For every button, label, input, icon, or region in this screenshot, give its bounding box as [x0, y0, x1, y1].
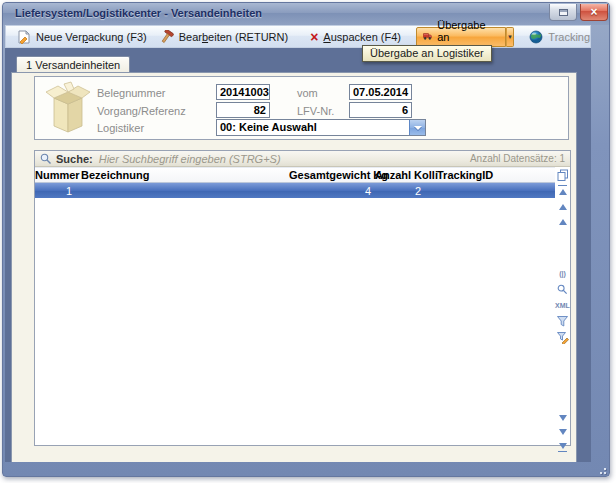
- unpack-button[interactable]: × Auspacken (F4): [303, 27, 408, 46]
- vorgang-field[interactable]: 82: [216, 102, 270, 118]
- new-packaging-label: Neue Verpackung (F3): [36, 31, 147, 43]
- belegnummer-field[interactable]: 20141003: [216, 84, 270, 100]
- edit-button[interactable]: Bearbeiten (RETURN): [154, 27, 295, 46]
- search-placeholder: Hier Suchbegriff eingeben (STRG+S): [99, 153, 281, 165]
- column-header-bezeichnung[interactable]: Bezeichnung: [77, 169, 289, 181]
- search-icon: [40, 153, 52, 165]
- unpack-label: Auspacken (F4): [323, 31, 401, 43]
- window-title: Liefersystem/Logistikcenter - Versandein…: [15, 7, 262, 19]
- new-packaging-button[interactable]: Neue Verpackung (F3): [11, 27, 154, 46]
- logistiker-value: 00: Keine Auswahl: [220, 121, 317, 133]
- app-window: Liefersystem/Logistikcenter - Versandein…: [2, 2, 610, 477]
- search-label: Suche:: [56, 153, 93, 165]
- lfv-field[interactable]: 6: [349, 102, 412, 118]
- vom-field[interactable]: 07.05.2014: [349, 84, 412, 100]
- record-count: Anzahl Datensätze: 1: [470, 153, 565, 164]
- column-header-nummer[interactable]: Nummer: [35, 169, 77, 181]
- belegnummer-label: Belegnummer: [97, 87, 165, 99]
- logistiker-dropdown-button[interactable]: [409, 120, 425, 135]
- arrow-up-icon: [559, 204, 567, 210]
- arrow-down-icon: [559, 443, 567, 449]
- open-box-icon: [44, 80, 92, 136]
- close-icon: ×: [590, 5, 597, 19]
- grid-side-toolbar: (|) XML: [555, 167, 570, 445]
- handover-split-button: Übergabe an Logistiker ▼: [416, 27, 514, 47]
- globe-icon: [529, 30, 543, 44]
- tooltip: Übergabe an Logistiker: [362, 45, 492, 62]
- logistiker-label: Logistiker: [97, 122, 144, 134]
- column-header-anzahl-kolli[interactable]: Anzahl Kolli: [375, 169, 427, 181]
- scroll-to-bottom-button[interactable]: [556, 439, 569, 452]
- close-button[interactable]: ×: [580, 4, 608, 21]
- copy-icon[interactable]: [556, 168, 569, 181]
- dropdown-arrow-icon: [414, 126, 422, 130]
- shipment-grid-panel: Suche: Hier Suchbegriff eingeben (STRG+S…: [34, 150, 571, 446]
- scroll-up-button[interactable]: [556, 215, 569, 228]
- lfv-label: LFV-Nr.: [297, 105, 334, 117]
- chevron-down-icon: ▼: [507, 34, 513, 40]
- tooltip-text: Übergabe an Logistiker: [370, 47, 484, 59]
- edit-filter-icon[interactable]: [556, 331, 569, 344]
- toolbar: Neue Verpackung (F3) Bearbeiten (RETURN)…: [5, 25, 591, 48]
- scroll-to-top-button[interactable]: [556, 185, 569, 198]
- grid-search-icon[interactable]: [556, 283, 569, 296]
- arrow-up-icon: [559, 189, 567, 195]
- tab-label: 1 Versandeinheiten: [26, 59, 120, 71]
- tab-versandeinheiten[interactable]: 1 Versandeinheiten: [16, 56, 130, 72]
- new-document-icon: [18, 30, 31, 44]
- vorgang-label: Vorgang/Referenz: [97, 105, 186, 117]
- scroll-down-button[interactable]: [556, 411, 569, 424]
- cell-gesamtgewicht: 4: [289, 185, 375, 197]
- cell-anzahl-kolli: 2: [375, 185, 427, 197]
- scroll-down-page-button[interactable]: [556, 425, 569, 438]
- xml-export-icon[interactable]: XML: [556, 299, 569, 312]
- column-header-gesamtgewicht[interactable]: Gesamtgewicht Kg: [289, 169, 375, 181]
- arrow-down-icon: [559, 429, 567, 435]
- vom-label: vom: [297, 87, 318, 99]
- arrow-down-icon: [559, 415, 567, 421]
- arrow-up-icon: [559, 219, 567, 225]
- table-row[interactable]: 1 4 2: [35, 183, 555, 198]
- truck-icon: [423, 30, 432, 43]
- column-header-trackingid[interactable]: TrackingID: [427, 169, 555, 181]
- tracking-button[interactable]: Tracking: [522, 27, 597, 46]
- cell-nummer: 1: [35, 185, 77, 197]
- shipment-form-panel: Belegnummer 20141003 vom 07.05.2014 Vorg…: [34, 76, 569, 140]
- data-grid: Nummer Bezeichnung Gesamtgewicht Kg Anza…: [35, 167, 556, 445]
- handover-dropdown-button[interactable]: ▼: [506, 27, 515, 47]
- filter-icon[interactable]: [556, 315, 569, 328]
- title-bar[interactable]: Liefersystem/Logistikcenter - Versandein…: [3, 3, 609, 25]
- handover-button[interactable]: Übergabe an Logistiker: [416, 27, 506, 47]
- resize-grip[interactable]: [596, 464, 606, 474]
- restore-button[interactable]: [549, 4, 577, 21]
- search-bar[interactable]: Suche: Hier Suchbegriff eingeben (STRG+S…: [35, 151, 570, 167]
- edit-label: Bearbeiten (RETURN): [179, 31, 288, 43]
- tab-page: Belegnummer 20141003 vom 07.05.2014 Vorg…: [11, 72, 577, 462]
- grid-header-row: Nummer Bezeichnung Gesamtgewicht Kg Anza…: [35, 167, 555, 183]
- restore-icon: [559, 9, 568, 16]
- red-x-icon: ×: [310, 32, 318, 42]
- logistiker-dropdown[interactable]: 00: Keine Auswahl: [216, 119, 426, 136]
- tracking-label: Tracking: [548, 31, 590, 43]
- content-area: 1 Versandeinheiten Belegnummer 20141003 …: [5, 48, 591, 462]
- hammer-icon: [161, 30, 174, 44]
- scroll-up-page-button[interactable]: [556, 200, 569, 213]
- column-width-icon[interactable]: (|): [556, 267, 569, 280]
